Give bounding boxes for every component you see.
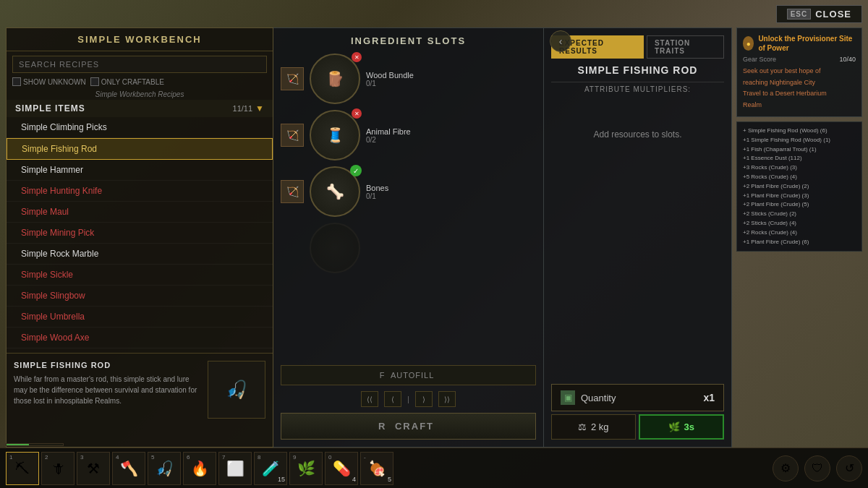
hotbar-slot-9[interactable]: 9 🌿	[289, 452, 323, 485]
scroll-item: +1 Simple Fishing Rod (Wood) (1)	[743, 136, 856, 145]
ingredient-slot-1: 🏹 🪵 ✕ Wood Bundle 0/1	[281, 53, 536, 104]
nav-back-button[interactable]: ‹	[550, 30, 571, 52]
list-item[interactable]: Simple Sickle	[7, 265, 273, 286]
list-item[interactable]: Simple Hunting Knife	[7, 181, 273, 202]
quest-objective-2: reaching Nightingale City	[743, 77, 856, 89]
quest-objective-1: Seek out your best hope of	[743, 66, 856, 77]
list-item[interactable]: Simple Slingbow	[7, 286, 273, 307]
description-image: 🎣	[208, 361, 265, 419]
description-text: SIMPLE FISHING ROD While far from a mast…	[14, 361, 200, 440]
scroll-item: +5 Rocks (Crude) (4)	[743, 173, 856, 182]
slot-circle-1[interactable]: 🪵 ✕	[310, 53, 360, 104]
list-item[interactable]: Simple Hammer	[7, 160, 273, 181]
slot-circle-2[interactable]: 🧵 ✕	[310, 110, 360, 160]
hotbar-icon-9: 🌿	[297, 460, 315, 477]
craft-button[interactable]: R CRAFT	[281, 413, 536, 440]
scroll-item: +1 Plant Fibre (Crude) (6)	[743, 238, 856, 247]
hotbar-slot-1[interactable]: 1 ⛏	[6, 452, 39, 485]
scroll-item: + Simple Fishing Rod (Wood) (6)	[743, 127, 856, 136]
description-title: SIMPLE FISHING ROD	[14, 361, 200, 369]
search-input[interactable]	[12, 56, 267, 73]
result-item-name: SIMPLE FISHING ROD	[551, 64, 724, 76]
hotbar-slot-num-minus: -	[364, 454, 366, 461]
only-craftable-checkbox[interactable]	[90, 77, 99, 86]
close-button[interactable]: ESC CLOSE	[776, 5, 862, 23]
close-label: CLOSE	[815, 9, 851, 20]
left-panel: SIMPLE WORKBENCH SHOW UNKNOWN ONLY CRAFT…	[6, 27, 273, 448]
slot-remove-1[interactable]: ✕	[352, 52, 362, 62]
list-item[interactable]: Simple Fishing Rod	[7, 138, 273, 160]
list-item[interactable]: Simple Umbrella	[7, 307, 273, 328]
quest-objective-4: Realm	[743, 100, 856, 111]
hotbar-slot-7[interactable]: 7 ⬜	[218, 452, 252, 485]
hotbar-icon-0: 💊	[333, 460, 351, 477]
hotbar-icon-7: ⬜	[226, 460, 244, 477]
hotbar: 1 ⛏ 2 🗡 3 ⚒ 4 🪓 5 🎣 6 🔥 7 ⬜ 8 🧪	[0, 448, 868, 488]
autofill-button[interactable]: F AUTOFILL	[281, 365, 536, 385]
slot-name-2: Animal Fibre	[366, 127, 411, 136]
slot-circle-empty[interactable]	[310, 223, 360, 273]
hotbar-slot-6[interactable]: 6 🔥	[183, 452, 216, 485]
top-bar: ESC CLOSE	[0, 0, 868, 27]
hotbar-slot-num-8: 8	[258, 454, 260, 461]
description-body: While far from a master's rod, this simp…	[14, 374, 200, 406]
quest-objectives: Seek out your best hope of reaching Nigh…	[743, 66, 856, 111]
nav-prev-button[interactable]: ⟨	[384, 391, 401, 407]
weight-value: 2 kg	[591, 421, 609, 432]
scroll-list: + Simple Fishing Rod (Wood) (6) +1 Simpl…	[736, 121, 862, 252]
quest-objective-3: Travel to a Desert Herbarium	[743, 88, 856, 100]
nav-last-button[interactable]: ⟩⟩	[438, 391, 456, 407]
tab-station-traits[interactable]: STATION TRAITS	[647, 35, 724, 59]
category-title: SIMPLE ITEMS	[15, 103, 85, 114]
main-content: SIMPLE WORKBENCH SHOW UNKNOWN ONLY CRAFT…	[0, 27, 868, 448]
list-item[interactable]: Simple Wood Axe	[7, 328, 273, 348]
ingredient-slot-3: 🏹 🦴 ✓ Bones 0/1	[281, 166, 536, 217]
nav-first-button[interactable]: ⟨⟨	[361, 391, 378, 407]
hotbar-slot-2[interactable]: 2 🗡	[41, 452, 75, 485]
quantity-label: ▣ Quantity	[561, 390, 616, 405]
ingredient-arrow-1: 🏹	[281, 67, 304, 90]
hotbar-slot-num-7: 7	[222, 454, 225, 461]
hotbar-action-2[interactable]: 🛡	[804, 455, 830, 481]
xp-fill	[7, 444, 29, 445]
list-item[interactable]: Simple Climbing Picks	[7, 117, 273, 138]
quantity-icon: ▣	[561, 390, 575, 405]
weight-time-row: ⚖ 2 kg 🌿 3s	[551, 414, 724, 440]
weight-icon: ⚖	[578, 421, 587, 432]
hotbar-slot-5[interactable]: 5 🎣	[148, 452, 181, 485]
ingredient-slot-2: 🏹 🧵 ✕ Animal Fibre 0/2	[281, 110, 536, 160]
show-unknown-checkbox[interactable]	[12, 77, 21, 86]
slot-check-3[interactable]: ✓	[350, 165, 362, 176]
slot-name-3: Bones	[366, 184, 388, 192]
scroll-item: +1 Plant Fibre (Crude) (3)	[743, 192, 856, 201]
show-unknown-filter[interactable]: SHOW UNKNOWN	[12, 77, 86, 86]
slot-remove-2[interactable]: ✕	[352, 108, 362, 119]
hotbar-slot-num-2: 2	[45, 454, 48, 461]
only-craftable-filter[interactable]: ONLY CRAFTABLE	[90, 77, 164, 86]
right-panel: EXPECTED RESULTS STATION TRAITS SIMPLE F…	[544, 27, 732, 448]
hotbar-slot-3[interactable]: 3 ⚒	[77, 452, 110, 485]
hotbar-icon-5: 🎣	[156, 460, 174, 477]
slot-circle-3[interactable]: 🦴 ✓	[310, 166, 360, 217]
list-item[interactable]: Simple Mining Pick	[7, 223, 273, 244]
slot-icon-3: 🦴	[326, 183, 344, 200]
hotbar-slot-0[interactable]: 0 💊 4	[325, 452, 358, 485]
nav-next-button[interactable]: ⟩	[415, 391, 433, 407]
category-header: SIMPLE ITEMS 11/11 ▼	[7, 100, 273, 117]
hotbar-slot-4[interactable]: 4 🪓	[112, 452, 145, 485]
scroll-item: +1 Fish (Chaparral Trout) (1)	[743, 145, 856, 155]
quantity-row: ▣ Quantity x1	[551, 384, 724, 411]
hotbar-right: ⚙ 🛡 ↺	[773, 455, 862, 481]
slot-count-1: 0/1	[366, 80, 414, 87]
hotbar-action-3[interactable]: ↺	[836, 455, 862, 481]
result-tabs: EXPECTED RESULTS STATION TRAITS	[551, 35, 724, 59]
filter-icon[interactable]: ▼	[255, 103, 264, 114]
nav-controls: ⟨⟨ ⟨ | ⟩ ⟩⟩	[281, 391, 536, 407]
list-item[interactable]: Simple Maul	[7, 202, 273, 223]
hotbar-slot-minus[interactable]: - 🍖 5	[360, 452, 393, 485]
hotbar-icon-8: 🧪	[262, 460, 280, 477]
gear-score-value: 10/40	[839, 56, 856, 63]
list-item[interactable]: Simple Rock Marble	[7, 244, 273, 265]
hotbar-slot-8[interactable]: 8 🧪 15	[254, 452, 287, 485]
hotbar-action-1[interactable]: ⚙	[773, 455, 799, 481]
